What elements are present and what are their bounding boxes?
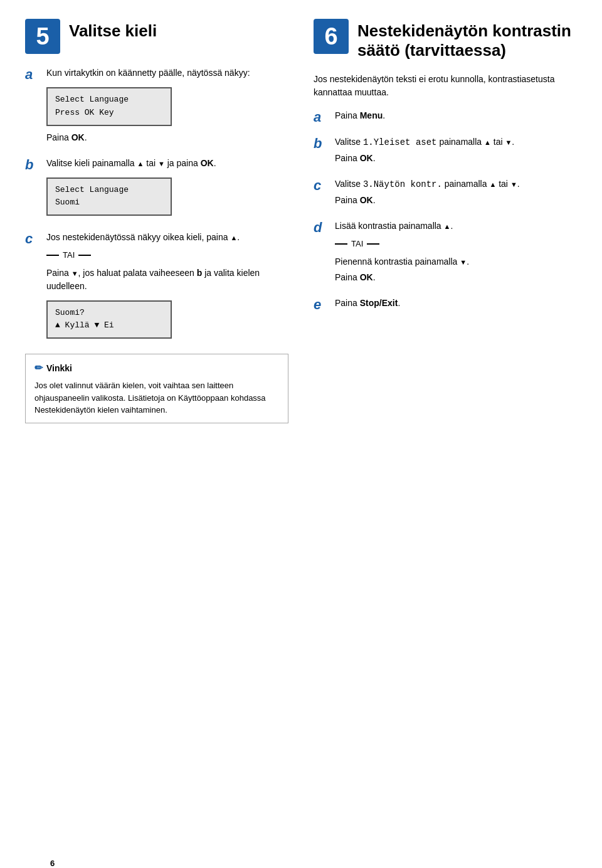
section5-title: Valitse kieli <box>69 19 157 41</box>
step-5c-label: c <box>25 231 38 247</box>
step-6b-text: Valitse 1.Yleiset aset painamalla tai . <box>335 135 577 149</box>
page-layout: 5 Valitse kieli a Kun virtakytkin on kää… <box>25 19 577 423</box>
step-6e: e Paina Stop/Exit. <box>314 297 577 313</box>
step-6b-press: Paina OK. <box>335 152 577 165</box>
tai-separator-6d: TAI <box>335 238 577 250</box>
step-6d-increase: Lisää kontrastia painamalla . <box>335 220 577 233</box>
section6-title: Nestekidenäytön kontrastin säätö (tarvit… <box>357 19 577 60</box>
lcd2-line1: Select Language <box>55 184 163 197</box>
step-6c: c Valitse 3.Näytön kontr. painamalla tai… <box>314 177 577 209</box>
tip-header: ✏ Vinkki <box>34 361 279 376</box>
tai-text-6d: TAI <box>351 238 363 250</box>
arrow-up-6b <box>484 137 491 147</box>
step-5b-label: b <box>25 157 38 173</box>
lcd-display-3: Suomi? ▲ Kyllä ▼ Ei <box>46 300 172 339</box>
lcd1-line1: Select Language <box>55 93 163 107</box>
arrow-down-6d <box>460 257 467 267</box>
step-6b-content: Valitse 1.Yleiset aset painamalla tai . … <box>335 135 577 167</box>
lcd-display-2: Select Language Suomi <box>46 177 172 216</box>
arrow-up-5c <box>230 232 237 242</box>
step-6a: a Paina Menu. <box>314 109 577 125</box>
lcd1-line2: Press OK Key <box>55 107 163 120</box>
lcd2-line2: Suomi <box>55 196 163 209</box>
tai-dash-left <box>46 255 59 256</box>
step-6b: b Valitse 1.Yleiset aset painamalla tai … <box>314 135 577 167</box>
tai-separator-5c: TAI <box>46 249 288 262</box>
step-6b-mono: 1.Yleiset aset <box>363 137 437 147</box>
step-6a-content: Paina Menu. <box>335 109 577 125</box>
step-6a-text: Paina Menu. <box>335 109 577 122</box>
tai-dash-right <box>78 255 91 256</box>
step-6c-text: Valitse 3.Näytön kontr. painamalla tai . <box>335 177 577 191</box>
arrow-up-5b <box>137 158 144 168</box>
arrow-up-6d <box>444 221 451 231</box>
step-6c-label: c <box>314 177 326 194</box>
arrow-up-6c <box>489 179 496 189</box>
step-6d-label: d <box>314 220 326 236</box>
step-5c: c Jos nestekidenäytössä näkyy oikea kiel… <box>25 231 288 344</box>
arrow-down-6c <box>510 179 517 189</box>
step-5a-intro: Kun virtakytkin on käännetty päälle, näy… <box>46 66 288 80</box>
section6-number: 6 <box>314 19 349 54</box>
section6-header: 6 Nestekidenäytön kontrastin säätö (tarv… <box>314 19 577 60</box>
step-6e-content: Paina Stop/Exit. <box>335 297 577 312</box>
tai-text-5c: TAI <box>63 249 75 262</box>
arrow-down-5c <box>71 268 78 278</box>
step-6b-label: b <box>314 135 326 152</box>
left-column: 5 Valitse kieli a Kun virtakytkin on kää… <box>25 19 288 423</box>
lcd3-line2: ▲ Kyllä ▼ Ei <box>55 319 163 332</box>
lcd-display-1: Select Language Press OK Key <box>46 87 172 126</box>
section5-header: 5 Valitse kieli <box>25 19 288 54</box>
step-5a-label: a <box>25 66 38 83</box>
step-6a-label: a <box>314 109 326 125</box>
tai-dash-left-6d <box>335 243 347 245</box>
lcd3-line1: Suomi? <box>55 307 163 320</box>
section5-number: 5 <box>25 19 60 54</box>
step-5a-press: Paina OK. <box>46 131 288 144</box>
step-6d: d Lisää kontrastia painamalla . TAI Pien… <box>314 220 577 287</box>
step-5c-content: Jos nestekidenäytössä näkyy oikea kieli,… <box>46 231 288 344</box>
step-5a-content: Kun virtakytkin on käännetty päälle, näy… <box>46 66 288 147</box>
page-number: 6 <box>50 859 55 868</box>
step-5b: b Valitse kieli painamalla tai ja paina … <box>25 157 288 221</box>
step-5b-text: Valitse kieli painamalla tai ja paina OK… <box>46 157 288 170</box>
step-6e-label: e <box>314 297 326 313</box>
step-6c-press: Paina OK. <box>335 194 577 207</box>
step-5b-content: Valitse kieli painamalla tai ja paina OK… <box>46 157 288 221</box>
step-6d-decrease: Pienennä kontrastia painamalla . <box>335 255 577 268</box>
step-6c-mono: 3.Näytön kontr. <box>363 179 442 189</box>
step-6e-text: Paina Stop/Exit. <box>335 297 577 310</box>
section6-intro: Jos nestekidenäytön teksti ei erotu kunn… <box>314 73 577 99</box>
tai-dash-right-6d <box>367 243 379 245</box>
step-5a: a Kun virtakytkin on käännetty päälle, n… <box>25 66 288 147</box>
arrow-down-6b <box>505 137 512 147</box>
step-5c-paina: Paina , jos haluat palata vaiheeseen b j… <box>46 267 288 293</box>
tip-icon: ✏ <box>34 361 43 376</box>
tip-label: Vinkki <box>46 362 72 375</box>
step-6d-content: Lisää kontrastia painamalla . TAI Pienen… <box>335 220 577 287</box>
step-5c-text: Jos nestekidenäytössä näkyy oikea kieli,… <box>46 231 288 244</box>
right-column: 6 Nestekidenäytön kontrastin säätö (tarv… <box>314 19 577 423</box>
tip-box: ✏ Vinkki Jos olet valinnut väärän kielen… <box>25 354 288 423</box>
step-6c-content: Valitse 3.Näytön kontr. painamalla tai .… <box>335 177 577 209</box>
tip-text: Jos olet valinnut väärän kielen, voit va… <box>34 379 279 416</box>
arrow-down-5b <box>158 158 165 168</box>
step-6d-press: Paina OK. <box>335 271 577 284</box>
